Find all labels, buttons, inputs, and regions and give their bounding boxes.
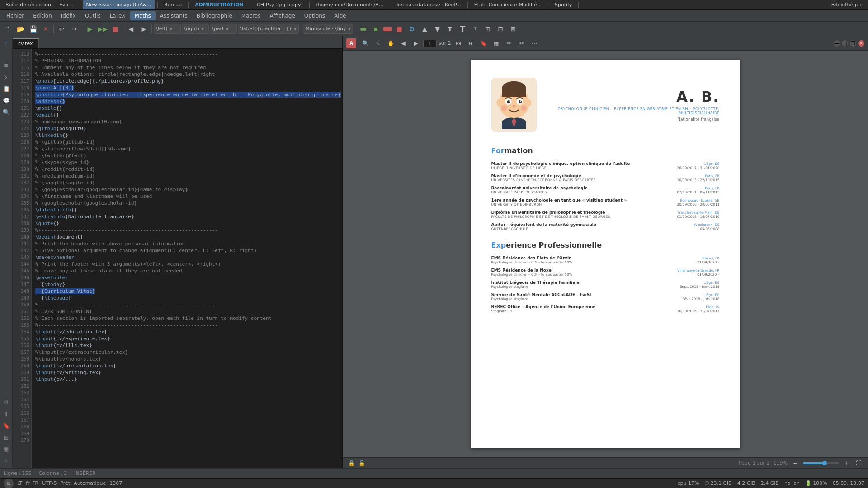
btn-tools3[interactable]: ▼	[431, 23, 443, 35]
chevron-down-icon: ▼	[201, 27, 204, 31]
taskbar-item-etats[interactable]: Etats-Conscience-Modifié...	[471, 0, 545, 9]
pdf-zoom-slider[interactable]	[803, 462, 839, 464]
btn-T3[interactable]: T	[469, 23, 481, 35]
taskbar-item-new-issue[interactable]: New Issue · posquit0/Aw...	[83, 0, 155, 9]
systray-apps-button[interactable]: ⊞	[4, 479, 14, 488]
close-file-button[interactable]: ✕	[40, 23, 52, 35]
btn-tools1[interactable]: ⚙	[406, 23, 418, 35]
editor-tab-cvtex[interactable]: cv.tex	[13, 38, 39, 48]
sidebar-icon-table[interactable]: ▦	[1, 444, 12, 455]
sidebar-icon-settings[interactable]: ⚙	[1, 397, 12, 408]
code-area[interactable]: %---------------------------------------…	[32, 49, 342, 468]
menu-maths[interactable]: Maths	[130, 11, 156, 20]
menu-assistants[interactable]: Assistants	[156, 11, 192, 20]
line-number: 139	[13, 227, 29, 234]
prev-error-button[interactable]: ◀	[125, 23, 137, 35]
open-file-button[interactable]: 📂	[14, 23, 26, 35]
btn-green1[interactable]: ▬	[357, 23, 369, 35]
redo-button[interactable]: ↪	[68, 23, 80, 35]
menu-latex[interactable]: LaTeX	[105, 11, 130, 20]
menu-options[interactable]: Options	[300, 11, 330, 20]
pdf-nav-next[interactable]: ⏭	[466, 38, 476, 49]
sidebar-icon-structure[interactable]: ≡	[1, 60, 12, 70]
part-cmd-dropdown[interactable]: \part ▼	[210, 24, 237, 34]
pdf-layers[interactable]: ▦	[491, 38, 502, 49]
line-number: 128	[13, 152, 29, 159]
taskbar-item-boite[interactable]: Boîte de réception — Evo...	[2, 0, 77, 9]
taskbar-item-keepass[interactable]: keepasxdatabase · KeeP...	[393, 0, 465, 9]
taskbar-item-bureau[interactable]: Bureau	[160, 0, 185, 9]
sidebar-icon-symbols[interactable]: ∑	[1, 71, 12, 82]
pdf-maximize-button[interactable]: □	[842, 40, 848, 47]
stop-button[interactable]: ■	[109, 23, 121, 35]
sidebar-icon-bookmark[interactable]: 🔖	[1, 420, 12, 431]
line-number: 131	[13, 173, 29, 179]
pdf-zoom-out-button[interactable]: −	[791, 459, 799, 467]
pdf-fullscreen-button[interactable]: ⛶	[854, 459, 863, 467]
btn-grid1[interactable]: ⊞	[482, 23, 494, 35]
formation-item: Master II de psychologie clinique, optio…	[491, 161, 720, 170]
pdf-minimize-button[interactable]: —	[834, 40, 840, 47]
size-cmd-dropdown[interactable]: Minuscule · \tiny ▼	[303, 24, 353, 34]
btn-red1[interactable]	[383, 27, 392, 31]
btn-green2[interactable]: ▪	[370, 23, 382, 35]
right-cmd-dropdown[interactable]: \right) ▼	[182, 24, 209, 34]
code-line: {Curriculum Vitae}	[35, 288, 339, 295]
sidebar-icon-grid[interactable]: ⊞	[1, 432, 12, 443]
sidebar-icon-arrow-up[interactable]: ↑	[1, 38, 12, 49]
menu-bibliographie[interactable]: Bibliographie	[192, 11, 237, 20]
menu-idefix[interactable]: Idéfix	[57, 11, 80, 20]
pdf-zoom-in-button[interactable]: +	[843, 459, 851, 467]
btn-T1[interactable]: T	[444, 23, 456, 35]
pdf-page-input[interactable]	[423, 40, 437, 47]
line-number: 154	[13, 328, 29, 335]
btn-T2[interactable]: T	[457, 23, 468, 35]
pdf-play-button[interactable]: ▶	[410, 38, 421, 49]
undo-button[interactable]: ↩	[56, 23, 67, 35]
save-file-button[interactable]: 💾	[27, 23, 39, 35]
menu-aide[interactable]: Aide	[330, 11, 351, 20]
pdf-hand-button[interactable]: ✋	[385, 38, 396, 49]
btn-grid3[interactable]: ⊠	[507, 23, 519, 35]
sidebar-icon-info[interactable]: ℹ	[1, 408, 12, 419]
pdf-close-button[interactable]: ✕	[858, 40, 864, 47]
menu-fichier[interactable]: Fichier	[2, 11, 28, 20]
btn-red2[interactable]: ■	[393, 23, 405, 35]
menu-edition[interactable]: Édition	[28, 11, 57, 20]
taskbar-item-home[interactable]: /home/alex/Documents/A...	[312, 0, 387, 9]
sidebar-icon-plus[interactable]: +	[1, 455, 12, 466]
btn-tools2[interactable]: ▲	[419, 23, 430, 35]
taskbar-item-spotify[interactable]: Spotify	[551, 0, 576, 9]
pdf-prev-button[interactable]: ◀	[398, 38, 409, 49]
taskbar-item-biblio[interactable]: Bibliothèque	[828, 0, 866, 9]
next-error-button[interactable]: ▶	[138, 23, 150, 35]
build-pdf-button[interactable]: ▶	[84, 23, 96, 35]
new-file-button[interactable]: 🗋	[2, 23, 14, 35]
pdf-content[interactable]: A. B. Psychologue clinicien – Expérience…	[343, 51, 868, 457]
pdf-restore-button[interactable]: ❐	[850, 40, 856, 47]
sidebar-icon-log[interactable]: 📋	[1, 83, 12, 94]
line-number: 126	[13, 139, 29, 145]
menu-outils[interactable]: Outils	[80, 11, 105, 20]
menu-affichage[interactable]: Affichage	[265, 11, 299, 20]
pdf-search-button[interactable]: 🔍	[360, 38, 371, 49]
label-cmd-dropdown[interactable]: \label{{identifiant}} ▼	[238, 24, 299, 34]
btn-grid2[interactable]: ⊟	[495, 23, 506, 35]
pdf-page-sep: sur 2	[439, 40, 451, 46]
taskbar-item-admin[interactable]: ADMINISTRATION	[191, 0, 247, 9]
code-line: \input{cv/experience.tex}	[35, 335, 339, 342]
taskbar-item-ch-psy[interactable]: CH-Psy-2pg (copy)	[253, 0, 307, 9]
pdf-cursor-button[interactable]: ↖	[373, 38, 383, 49]
menu-macros[interactable]: Macros	[237, 11, 265, 20]
pdf-more[interactable]: ⋯	[529, 38, 540, 49]
line-number: 113	[13, 51, 29, 57]
pdf-nav-prev[interactable]: ⏮	[453, 38, 464, 49]
sidebar-icon-search[interactable]: 🔍	[1, 107, 12, 117]
editor-content[interactable]: 1131141151161171181191201211221231241251…	[13, 49, 342, 468]
pdf-bookmark[interactable]: 🔖	[478, 38, 489, 49]
pdf-crop[interactable]: ✂	[516, 38, 527, 49]
view-pdf-button[interactable]: ▶▶	[97, 23, 108, 35]
left-cmd-dropdown[interactable]: \left( ▼	[154, 24, 181, 34]
sidebar-icon-messages[interactable]: 💬	[1, 95, 12, 106]
pdf-annotate[interactable]: ✏	[504, 38, 514, 49]
